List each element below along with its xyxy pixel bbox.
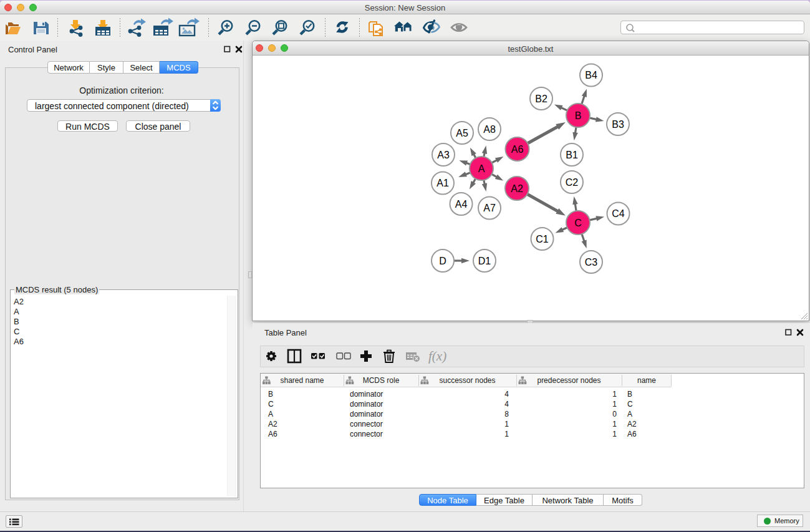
svg-text:B3: B3	[612, 119, 624, 130]
svg-text:C: C	[574, 218, 582, 228]
svg-text:A2: A2	[511, 183, 523, 194]
svg-text:A8: A8	[483, 124, 496, 135]
svg-text:A7: A7	[483, 203, 496, 213]
svg-text:A4: A4	[455, 199, 468, 210]
svg-text:A1: A1	[436, 178, 449, 188]
svg-text:C1: C1	[536, 234, 549, 244]
svg-text:D: D	[439, 256, 446, 266]
svg-text:C3: C3	[585, 257, 598, 268]
svg-text:B2: B2	[535, 94, 547, 104]
svg-text:D1: D1	[478, 256, 491, 266]
svg-text:A5: A5	[456, 128, 468, 138]
svg-text:A: A	[478, 163, 485, 174]
svg-text:B1: B1	[566, 150, 578, 160]
svg-text:B: B	[575, 110, 582, 121]
svg-text:A3: A3	[437, 150, 450, 160]
svg-text:f(x): f(x)	[428, 349, 446, 364]
svg-text:C4: C4	[612, 208, 625, 219]
svg-text:A6: A6	[511, 144, 524, 155]
svg-text:B4: B4	[585, 70, 597, 80]
svg-text:C2: C2	[566, 177, 579, 188]
